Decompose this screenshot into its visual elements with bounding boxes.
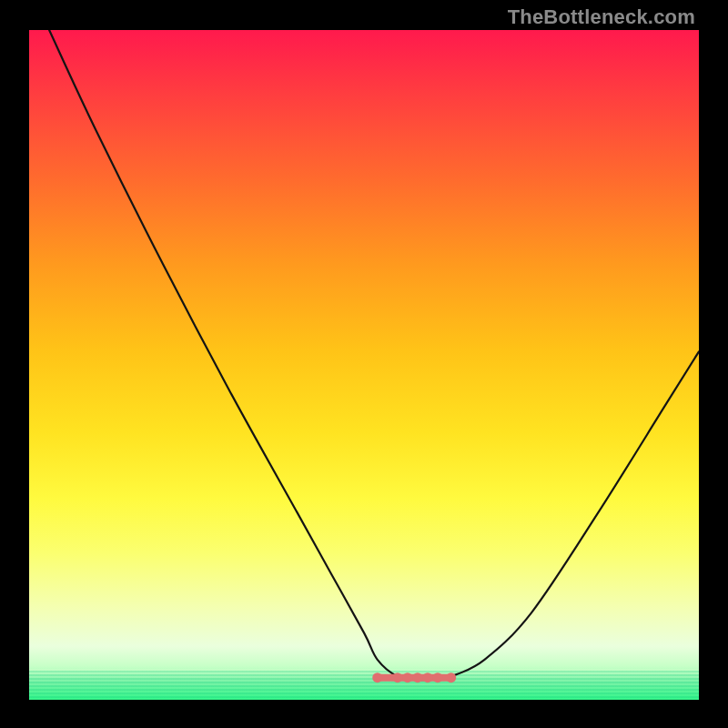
bottleneck-curve-svg [29, 30, 699, 700]
watermark-text: TheBottleneck.com [508, 5, 695, 29]
optimal-point-dot [446, 672, 456, 682]
bottleneck-curve [49, 30, 699, 680]
plot-area [29, 30, 699, 700]
optimal-point-dot [432, 672, 442, 682]
optimal-range-markers [372, 672, 456, 682]
optimal-point-dot [372, 672, 382, 682]
optimal-point-dot [412, 672, 422, 682]
optimal-point-dot [422, 672, 432, 682]
optimal-point-dot [402, 672, 412, 682]
optimal-point-dot [392, 672, 402, 682]
